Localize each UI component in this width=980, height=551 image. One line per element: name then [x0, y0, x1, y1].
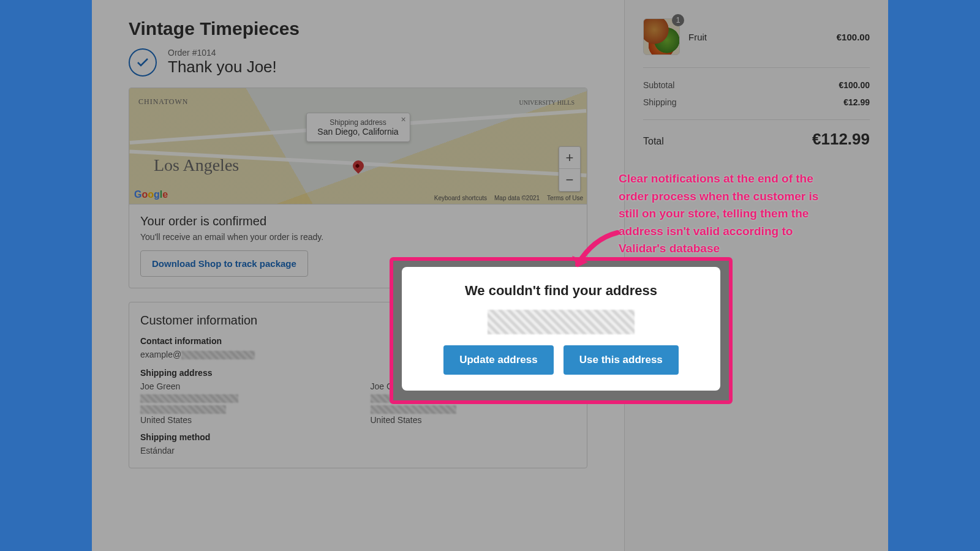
redacted-text: [140, 394, 238, 403]
quantity-badge: 1: [672, 14, 684, 26]
map-zoom-controls: + −: [559, 146, 581, 192]
modal-title: We couldn't find your address: [465, 283, 657, 299]
shipping-method-value: Estándar: [140, 446, 346, 455]
map-terms-link[interactable]: Terms of Use: [547, 195, 583, 201]
confirmation-subtitle: You'll receive an email when your order …: [140, 232, 576, 242]
map-pin-icon: [350, 158, 366, 173]
redacted-text: [181, 351, 255, 359]
map-city-label: Los Angeles: [154, 156, 239, 175]
update-address-button[interactable]: Update address: [443, 345, 554, 375]
customer-country: United States: [371, 415, 576, 425]
zoom-in-button[interactable]: +: [559, 147, 580, 169]
total-value: €112.99: [812, 130, 870, 149]
close-icon[interactable]: ×: [401, 114, 405, 124]
google-logo: Google: [134, 189, 168, 200]
store-title: Vintage Timepieces: [129, 18, 587, 39]
product-name: Fruit: [688, 32, 828, 42]
shipping-label: Shipping: [643, 97, 677, 107]
shipping-address-label: Shipping address: [140, 368, 346, 378]
map-tooltip: × Shipping address San Diego, California: [306, 113, 410, 142]
order-header: Order #1014 Thank you Joe!: [129, 48, 587, 77]
redacted-address: [488, 310, 635, 334]
checkmark-icon: [129, 48, 157, 77]
customer-country: United States: [140, 415, 346, 425]
map-data-label: Map data ©2021: [494, 195, 540, 201]
order-number: Order #1014: [168, 48, 277, 58]
shipping-value: €12.99: [843, 97, 870, 107]
cart-item: 1 Fruit €100.00: [643, 18, 870, 68]
address-validation-modal-highlight: We couldn't find your address Update add…: [390, 257, 733, 404]
subtotal-label: Subtotal: [643, 80, 674, 90]
map-area-label: UNIVERSITY HILLS: [519, 99, 575, 106]
thank-you-text: Thank you Joe!: [168, 58, 277, 77]
subtotal-value: €100.00: [839, 80, 870, 90]
map-shortcuts-link[interactable]: Keyboard shortcuts: [434, 195, 487, 201]
address-validation-modal: We couldn't find your address Update add…: [402, 267, 720, 391]
shipping-map[interactable]: CHINATOWN UNIVERSITY HILLS Los Angeles ×…: [129, 88, 587, 204]
tooltip-location: San Diego, California: [317, 127, 398, 137]
confirmation-title: Your order is confirmed: [140, 214, 576, 228]
use-this-address-button[interactable]: Use this address: [564, 345, 679, 375]
redacted-text: [140, 405, 226, 414]
shipping-method-label: Shipping method: [140, 432, 346, 442]
customer-name: Joe Green: [140, 381, 346, 391]
product-price: €100.00: [837, 32, 870, 42]
zoom-out-button[interactable]: −: [559, 169, 580, 191]
annotation-text: Clear notifications at the end of the or…: [619, 170, 833, 258]
redacted-text: [371, 405, 456, 414]
map-area-label: CHINATOWN: [138, 97, 188, 107]
download-shop-button[interactable]: Download Shop to track package: [140, 250, 308, 277]
tooltip-title: Shipping address: [317, 118, 398, 127]
product-thumbnail: 1: [643, 18, 680, 55]
total-label: Total: [643, 136, 664, 147]
